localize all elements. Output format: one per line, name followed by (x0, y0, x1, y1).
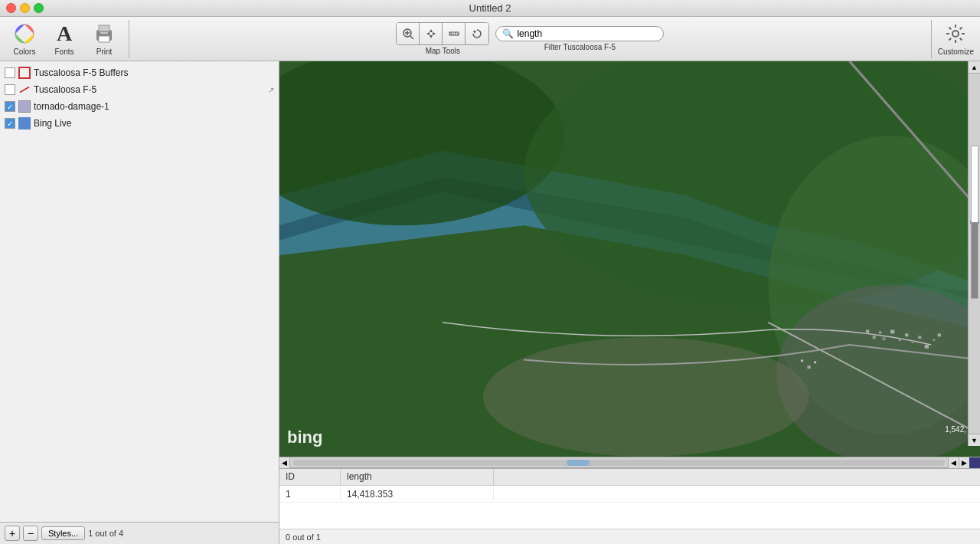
sidebar-bottom: + − Styles... 1 out of 4 (0, 522, 279, 544)
minimize-button[interactable] (20, 3, 30, 13)
search-icon: 🔍 (502, 28, 514, 39)
svg-line-26 (960, 28, 962, 30)
map-tool-pan[interactable] (420, 23, 443, 44)
svg-rect-50 (801, 359, 803, 362)
map-row: bing ▲ 1,542, ▼ (279, 61, 980, 457)
vertical-scrollbar[interactable]: ▲ 1,542, ▼ (968, 61, 980, 446)
svg-line-25 (960, 38, 962, 41)
print-label: Print (96, 48, 113, 56)
svg-rect-52 (814, 361, 816, 363)
map-tool-measure[interactable] (443, 23, 466, 44)
table-count: 0 out of 1 (286, 533, 321, 542)
filter-label: Filter Tuscaloosa F-5 (544, 43, 616, 51)
map-tool-zoom[interactable] (397, 23, 420, 44)
colors-tool[interactable]: Colors (6, 18, 43, 59)
customize-icon (943, 21, 968, 46)
fonts-tool[interactable]: A Fonts (46, 18, 83, 59)
svg-line-24 (949, 28, 952, 30)
svg-rect-39 (873, 336, 876, 339)
svg-rect-44 (905, 333, 908, 336)
col-header-id: ID (279, 469, 341, 485)
add-layer-button[interactable]: + (5, 526, 20, 541)
layer-checkbox-bing[interactable]: ✓ (5, 118, 15, 129)
layer-name-buffers: Tuscaloosa F-5 Buffers (34, 67, 274, 78)
map-tools-group: Map Tools (396, 22, 489, 55)
scroll-prev-button[interactable]: ◀ (948, 457, 959, 468)
svg-rect-4 (100, 32, 108, 34)
window-controls[interactable] (6, 3, 44, 13)
map-area: bing ▲ 1,542, ▼ (279, 61, 980, 544)
layer-count: 1 out of 4 (88, 529, 123, 538)
layer-checkbox-damage[interactable]: ✓ (5, 101, 15, 112)
svg-line-6 (410, 36, 413, 39)
print-icon (92, 21, 116, 46)
table-header: ID length (279, 469, 980, 486)
layer-checkbox-buffers[interactable] (5, 67, 15, 78)
remove-layer-button[interactable]: − (23, 526, 38, 541)
map-svg (279, 61, 980, 457)
svg-marker-12 (433, 32, 436, 35)
layer-icon-bing (18, 117, 31, 129)
svg-rect-47 (925, 345, 929, 349)
svg-rect-48 (933, 339, 935, 341)
list-item[interactable]: ✓ tornado-damage-1 (0, 98, 279, 115)
separator-2 (931, 20, 932, 58)
svg-marker-18 (473, 31, 476, 34)
filter-group: 🔍 Filter Tuscaloosa F-5 (495, 26, 664, 51)
list-item[interactable]: Tuscaloosa F-5 Buffers (0, 64, 279, 81)
svg-rect-38 (866, 329, 869, 333)
scroll-next-button[interactable]: ▶ (959, 457, 969, 468)
svg-rect-3 (99, 36, 109, 42)
scroll-down-button[interactable]: ▼ (969, 434, 980, 446)
map-tools-buttons[interactable] (396, 22, 489, 45)
svg-point-35 (483, 337, 809, 457)
bing-watermark: bing (287, 428, 322, 447)
filter-search-box[interactable]: 🔍 (495, 26, 664, 41)
svg-rect-2 (99, 25, 109, 31)
scroll-end-button[interactable] (969, 457, 980, 468)
map-tool-refresh[interactable] (466, 23, 488, 44)
toolbar: Colors A Fonts Print (0, 17, 980, 61)
customize-group[interactable]: Customize (938, 21, 974, 56)
svg-rect-43 (899, 339, 901, 341)
table-body[interactable]: 1 14,418.353 (279, 486, 980, 529)
horizontal-scrollbar[interactable]: ◀ ◀ ▶ (279, 457, 980, 467)
map-tools-label: Map Tools (426, 47, 460, 55)
layer-checkbox-f5[interactable] (5, 84, 15, 95)
table-footer: 0 out of 1 (279, 529, 980, 544)
svg-rect-51 (807, 365, 810, 369)
layer-name-damage: tornado-damage-1 (34, 101, 274, 112)
hscroll-thumb[interactable] (567, 460, 590, 466)
table-row[interactable]: 1 14,418.353 (279, 486, 980, 503)
scroll-up-button[interactable]: ▲ (969, 61, 980, 74)
map-viewport[interactable]: bing ▲ 1,542, ▼ (279, 61, 980, 457)
map-image: bing (279, 61, 980, 457)
svg-line-27 (949, 38, 952, 41)
fonts-label: Fonts (54, 48, 74, 56)
layer-icon-point (18, 100, 31, 113)
styles-button[interactable]: Styles... (41, 526, 85, 540)
svg-marker-9 (430, 29, 433, 32)
hscroll-track (293, 460, 945, 466)
maximize-button[interactable] (34, 3, 44, 13)
table-cell-length: 14,418.353 (341, 487, 494, 501)
list-item[interactable]: ✓ Bing Live (0, 115, 279, 132)
svg-marker-11 (426, 32, 430, 35)
colors-label: Colors (14, 48, 36, 56)
scroll-track: 1,542, (969, 74, 980, 434)
titlebar: Untitled 2 (0, 0, 980, 17)
hscroll-nav: ◀ ▶ (948, 457, 980, 468)
toolbar-center: Map Tools 🔍 Filter Tuscaloosa F-5 (136, 22, 925, 55)
svg-rect-40 (879, 331, 881, 333)
print-tool[interactable]: Print (86, 18, 122, 59)
close-button[interactable] (6, 3, 16, 13)
scale-bar (971, 146, 978, 299)
svg-rect-41 (882, 337, 885, 340)
scroll-left-button[interactable]: ◀ (279, 457, 290, 468)
filter-input[interactable] (517, 28, 657, 39)
sidebar: Tuscaloosa F-5 Buffers Tuscaloosa F-5 ↗ … (0, 61, 279, 544)
list-item[interactable]: Tuscaloosa F-5 ↗ (0, 81, 279, 98)
colors-icon (12, 21, 37, 46)
table-area: ID length 1 14,418.353 0 out of 1 (279, 467, 980, 544)
svg-marker-10 (430, 35, 433, 38)
